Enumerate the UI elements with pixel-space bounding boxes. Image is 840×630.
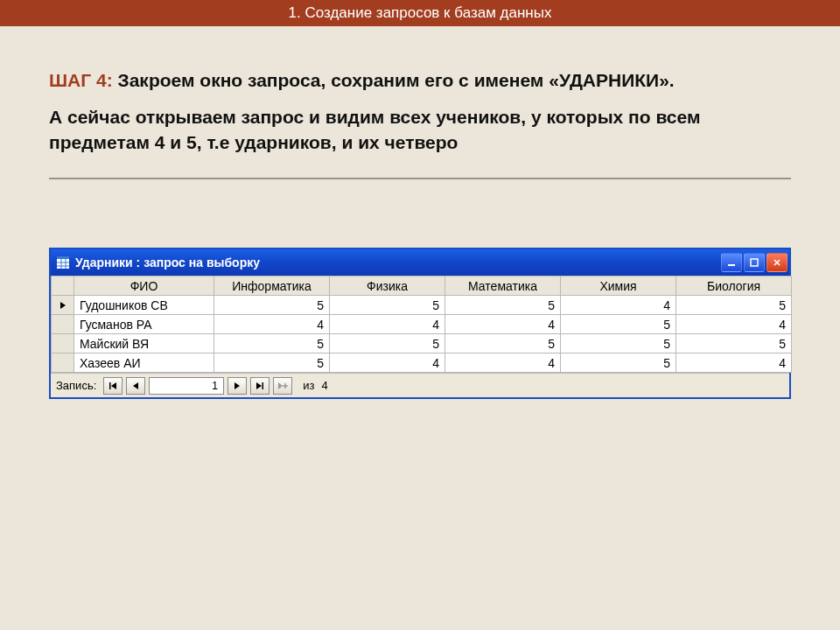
row-selector-current[interactable] xyxy=(52,296,74,315)
table-row[interactable]: Майский ВЯ 5 5 5 5 5 xyxy=(52,334,792,354)
cell[interactable]: 5 xyxy=(214,334,330,354)
slide-body: ШАГ 4: Закроем окно запроса, сохраним ег… xyxy=(0,26,840,179)
window-controls xyxy=(721,253,788,272)
next-icon xyxy=(233,382,242,390)
nav-prev-button[interactable] xyxy=(126,377,145,395)
slide-header-title: 1. Создание запросов к базам данных xyxy=(289,4,552,21)
svg-marker-17 xyxy=(278,382,283,389)
col-header[interactable]: Физика xyxy=(330,276,445,296)
col-header[interactable]: ФИО xyxy=(74,276,214,296)
cell[interactable]: 4 xyxy=(330,354,445,373)
svg-rect-1 xyxy=(57,256,69,259)
step-text: Закроем окно запроса, сохраним его с име… xyxy=(118,70,675,90)
cell[interactable]: 5 xyxy=(214,354,330,373)
step-paragraph: ШАГ 4: Закроем окно запроса, сохраним ег… xyxy=(49,68,791,93)
row-selector[interactable] xyxy=(52,334,74,354)
cell-name[interactable]: Майский ВЯ xyxy=(74,334,214,354)
row-selector[interactable] xyxy=(52,315,74,334)
svg-rect-11 xyxy=(109,382,111,389)
maximize-button[interactable] xyxy=(744,253,765,272)
cell[interactable]: 5 xyxy=(561,334,676,354)
cell[interactable]: 4 xyxy=(445,315,561,334)
svg-marker-13 xyxy=(133,382,138,389)
cell[interactable]: 5 xyxy=(676,296,792,315)
table-row[interactable]: Гудошников СВ 5 5 5 4 5 xyxy=(52,296,792,315)
cell[interactable]: 5 xyxy=(330,334,445,354)
last-icon xyxy=(256,382,264,390)
nav-last-button[interactable] xyxy=(250,377,270,395)
svg-marker-12 xyxy=(111,382,116,389)
svg-marker-15 xyxy=(256,382,262,389)
svg-marker-10 xyxy=(60,302,66,309)
record-of-label: из xyxy=(303,379,314,392)
window-title: Ударники : запрос на выборку xyxy=(75,256,721,270)
prev-icon xyxy=(131,382,140,390)
table-row[interactable]: Гусманов РА 4 4 4 5 4 xyxy=(52,315,792,334)
cell[interactable]: 5 xyxy=(445,334,561,354)
cell[interactable]: 4 xyxy=(330,315,445,334)
cell-name[interactable]: Гудошников СВ xyxy=(74,296,214,315)
header-row: ФИО Информатика Физика Математика Химия … xyxy=(52,276,792,296)
first-icon xyxy=(108,382,117,390)
cell[interactable]: 5 xyxy=(445,296,561,315)
select-all-cell[interactable] xyxy=(52,276,74,296)
step-label: ШАГ 4: xyxy=(49,70,113,90)
col-header[interactable]: Информатика xyxy=(214,276,330,296)
access-query-window: Ударники : запрос на выборку ФИО Информа… xyxy=(49,248,791,399)
body-paragraph: А сейчас открываем запрос и видим всех у… xyxy=(49,105,791,155)
current-row-icon xyxy=(59,301,67,310)
minimize-button[interactable] xyxy=(721,253,742,272)
cell[interactable]: 5 xyxy=(561,354,676,373)
svg-rect-7 xyxy=(751,259,758,266)
cell-name[interactable]: Хазеев АИ xyxy=(74,354,214,373)
col-header[interactable]: Химия xyxy=(561,276,676,296)
cell[interactable]: 5 xyxy=(676,334,792,354)
record-label: Запись: xyxy=(56,379,96,392)
divider xyxy=(49,178,791,179)
record-number-input[interactable] xyxy=(149,377,224,395)
svg-rect-16 xyxy=(262,382,264,389)
cell[interactable]: 4 xyxy=(445,354,561,373)
cell[interactable]: 4 xyxy=(214,315,330,334)
table-row[interactable]: Хазеев АИ 5 4 4 5 4 xyxy=(52,354,792,373)
cell[interactable]: 4 xyxy=(676,354,792,373)
row-selector[interactable] xyxy=(52,354,74,373)
nav-new-record-button[interactable] xyxy=(273,377,292,395)
nav-first-button[interactable] xyxy=(103,377,122,395)
svg-marker-14 xyxy=(234,382,240,389)
svg-rect-6 xyxy=(728,264,735,266)
cell[interactable]: 4 xyxy=(561,296,676,315)
record-total: 4 xyxy=(322,379,328,392)
nav-next-button[interactable] xyxy=(228,377,247,395)
cell[interactable]: 4 xyxy=(676,315,792,334)
cell[interactable]: 5 xyxy=(330,296,445,315)
window-titlebar[interactable]: Ударники : запрос на выборку xyxy=(51,249,789,276)
close-button[interactable] xyxy=(766,253,788,272)
col-header[interactable]: Математика xyxy=(445,276,561,296)
datasheet-grid[interactable]: ФИО Информатика Физика Математика Химия … xyxy=(51,276,792,373)
cell-name[interactable]: Гусманов РА xyxy=(74,315,214,334)
slide-header: 1. Создание запросов к базам данных xyxy=(0,0,840,26)
cell[interactable]: 5 xyxy=(214,296,330,315)
datasheet-icon xyxy=(56,256,70,270)
cell[interactable]: 5 xyxy=(561,315,676,334)
col-header[interactable]: Биология xyxy=(676,276,792,296)
new-record-icon xyxy=(277,382,288,390)
record-navigator: Запись: из 4 xyxy=(51,373,789,397)
